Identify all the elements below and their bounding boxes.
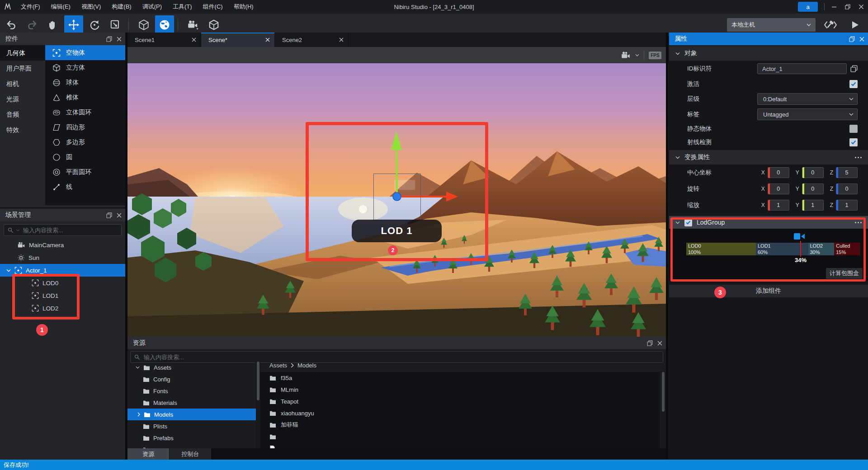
- tree-item-fonts[interactable]: Fonts: [127, 385, 256, 397]
- close-tab-icon[interactable]: [265, 38, 270, 42]
- category-light[interactable]: 光源: [0, 91, 45, 107]
- tree-item-plists[interactable]: Plists: [127, 420, 256, 432]
- file-item-clipped[interactable]: [260, 442, 660, 448]
- menu-build[interactable]: 构建(B): [106, 0, 137, 14]
- folder-f35a[interactable]: f35a: [260, 372, 660, 384]
- static-checkbox[interactable]: [849, 125, 858, 133]
- folder-teapot[interactable]: Teapot: [260, 395, 660, 407]
- tree-item-sun[interactable]: Sun: [0, 251, 125, 264]
- scale-z-field[interactable]: 1: [836, 200, 858, 211]
- object-section-header[interactable]: 对象: [669, 46, 868, 61]
- layer-dropdown[interactable]: 0:Default: [757, 93, 858, 105]
- lod-camera-marker[interactable]: [800, 241, 801, 257]
- tree-item-clipped[interactable]: [127, 444, 256, 448]
- lodgroup-menu-icon[interactable]: [855, 222, 862, 223]
- transform-menu-icon[interactable]: [855, 157, 862, 158]
- pan-hand-tool[interactable]: [43, 15, 62, 34]
- lod-threshold-bar[interactable]: LOD0 100% LOD1 60% LOD2 30% Culled 15%: [686, 243, 860, 255]
- tree-item-actor-1[interactable]: Actor_1: [0, 264, 125, 277]
- prefab-box-tool[interactable]: [204, 15, 223, 34]
- minimize-button[interactable]: [827, 0, 841, 14]
- tree-item-prefabs[interactable]: Prefabs: [127, 432, 256, 444]
- tab-assets[interactable]: 资源: [127, 448, 169, 460]
- menu-view[interactable]: 视图(V): [76, 0, 106, 14]
- tree-item-models[interactable]: Models: [127, 409, 256, 420]
- play-button[interactable]: [845, 15, 864, 34]
- copy-id-icon[interactable]: [850, 65, 858, 72]
- menu-debug[interactable]: 调试(P): [137, 0, 167, 14]
- item-quad[interactable]: 四边形: [45, 120, 125, 135]
- close-button[interactable]: [854, 0, 868, 14]
- lodgroup-enabled-checkbox[interactable]: [684, 219, 692, 226]
- scene-search-input[interactable]: [22, 226, 118, 234]
- vertical-splitter[interactable]: [666, 33, 668, 460]
- menu-tools[interactable]: 工具(T): [167, 0, 198, 14]
- close-panel-icon[interactable]: [859, 37, 864, 42]
- item-cube[interactable]: 立方体: [45, 60, 125, 75]
- rotation-x-field[interactable]: 0: [768, 183, 789, 194]
- scale-x-field[interactable]: 1: [768, 200, 789, 211]
- close-tab-icon[interactable]: [339, 38, 344, 42]
- chevron-down-icon[interactable]: [635, 54, 639, 56]
- item-torus-3d[interactable]: 立体圆环: [45, 105, 125, 120]
- scene-viewport[interactable]: LOD 1: [127, 63, 666, 337]
- item-circle[interactable]: 圆: [45, 150, 125, 164]
- category-camera[interactable]: 相机: [0, 76, 45, 91]
- tree-item-config[interactable]: Config: [127, 373, 256, 385]
- category-effects[interactable]: 特效: [0, 122, 45, 137]
- close-panel-icon[interactable]: [117, 37, 122, 42]
- build-deploy-button[interactable]: [821, 15, 840, 34]
- rotation-z-field[interactable]: 0: [836, 183, 858, 194]
- tree-item-lod1[interactable]: LOD1: [0, 289, 125, 302]
- position-z-field[interactable]: 5: [836, 167, 858, 178]
- category-audio[interactable]: 音频: [0, 107, 45, 122]
- undo-button[interactable]: [2, 15, 21, 34]
- redo-button[interactable]: [23, 15, 42, 34]
- lodgroup-section-header[interactable]: LodGroup: [669, 216, 868, 229]
- menu-edit[interactable]: 编辑(E): [46, 0, 76, 14]
- breadcrumb-assets[interactable]: Assets: [269, 362, 287, 369]
- close-panel-icon[interactable]: [657, 341, 662, 346]
- tag-dropdown[interactable]: Untagged: [757, 108, 858, 120]
- folder-jiafeimao[interactable]: 加菲猫: [260, 419, 660, 431]
- scale-tool[interactable]: [106, 15, 125, 34]
- position-y-field[interactable]: 0: [802, 167, 824, 178]
- item-flat-ring[interactable]: 平面圆环: [45, 164, 125, 179]
- float-panel-icon[interactable]: [106, 36, 112, 42]
- menu-components[interactable]: 组件(C): [198, 0, 228, 14]
- scene-search-box[interactable]: [4, 224, 122, 236]
- add-component-button[interactable]: 添加组件: [669, 285, 868, 297]
- item-cone[interactable]: 椎体: [45, 90, 125, 105]
- tab-scene2[interactable]: Scene2: [275, 33, 349, 47]
- host-selector-dropdown[interactable]: 本地主机: [727, 18, 816, 32]
- transform-section-header[interactable]: 变换属性: [669, 150, 868, 164]
- tab-scene-modified[interactable]: Scene*: [201, 33, 275, 47]
- active-checkbox[interactable]: [849, 80, 858, 88]
- item-line[interactable]: 线: [45, 179, 125, 194]
- tree-item-maincamera[interactable]: MainCamera: [0, 239, 125, 251]
- position-x-field[interactable]: 0: [768, 167, 789, 178]
- folder-shu[interactable]: [260, 431, 660, 442]
- lod2-segment[interactable]: LOD2 30%: [808, 243, 835, 255]
- item-sphere[interactable]: 球体: [45, 75, 125, 90]
- float-panel-icon[interactable]: [106, 212, 112, 218]
- tab-console[interactable]: 控制台: [170, 448, 211, 460]
- breadcrumb-models[interactable]: Models: [297, 362, 316, 369]
- culled-segment[interactable]: Culled 15%: [834, 243, 860, 255]
- assets-tree-scrollbar[interactable]: [256, 362, 260, 448]
- move-tool[interactable]: [64, 15, 83, 34]
- id-input[interactable]: [757, 63, 847, 74]
- globe-world-tool[interactable]: [155, 15, 174, 34]
- menu-help[interactable]: 帮助(H): [228, 0, 259, 14]
- close-panel-icon[interactable]: [117, 213, 122, 218]
- user-account-badge[interactable]: a: [798, 2, 818, 12]
- tree-item-lod2[interactable]: LOD2: [0, 302, 125, 315]
- tab-scene1[interactable]: Scene1: [127, 33, 201, 47]
- menu-file[interactable]: 文件(F): [15, 0, 46, 14]
- float-panel-icon[interactable]: [647, 340, 653, 346]
- wireframe-cube-tool[interactable]: [134, 15, 153, 34]
- raycast-checkbox[interactable]: [849, 138, 858, 146]
- folder-mlmin[interactable]: MLmin: [260, 384, 660, 395]
- float-panel-icon[interactable]: [849, 36, 855, 42]
- fps-toggle-button[interactable]: FPS: [649, 52, 661, 59]
